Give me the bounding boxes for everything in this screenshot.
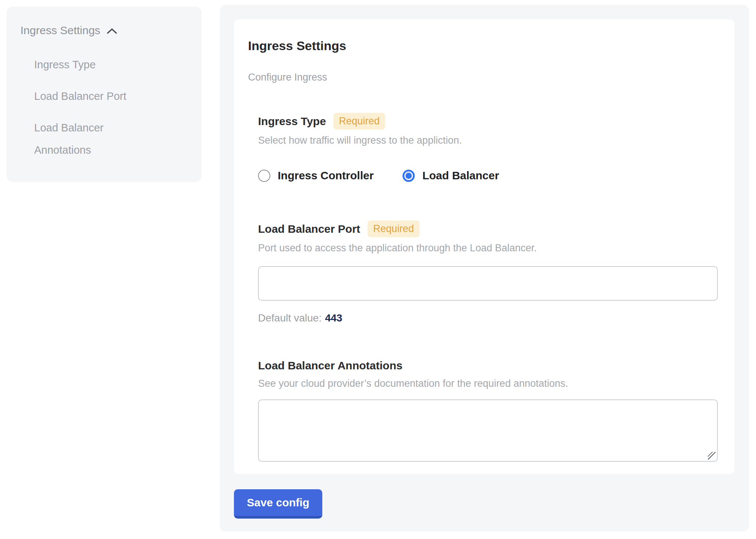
annotations-textarea-wrap <box>258 399 718 462</box>
load-balancer-annotations-label: Load Balancer Annotations <box>258 359 403 373</box>
required-badge: Required <box>333 113 385 130</box>
sidebar-section-ingress-settings[interactable]: Ingress Settings <box>20 24 188 37</box>
sidebar-item-list: Ingress Type Load Balancer Port Load Bal… <box>20 53 188 161</box>
sidebar-item-load-balancer-port[interactable]: Load Balancer Port <box>34 85 151 107</box>
sidebar-section-label: Ingress Settings <box>20 24 100 37</box>
required-badge: Required <box>368 220 420 237</box>
load-balancer-port-input[interactable] <box>258 266 718 301</box>
radio-icon[interactable] <box>403 170 415 182</box>
radio-option-ingress-controller[interactable]: Ingress Controller <box>258 169 374 182</box>
settings-nav-sidebar: Ingress Settings Ingress Type Load Balan… <box>7 7 202 182</box>
field-load-balancer-port: Load Balancer Port Required Port used to… <box>258 220 718 324</box>
load-balancer-annotations-textarea[interactable] <box>258 399 718 462</box>
page-subtitle: Configure Ingress <box>248 71 718 83</box>
default-value-line: Default value:443 <box>258 312 718 324</box>
ingress-type-radio-group: Ingress Controller Load Balancer <box>258 169 718 182</box>
load-balancer-annotations-description: See your cloud provider’s documentation … <box>258 378 718 390</box>
radio-label[interactable]: Ingress Controller <box>278 169 374 182</box>
sidebar-item-ingress-type[interactable]: Ingress Type <box>34 53 151 76</box>
ingress-settings-card: Ingress Settings Configure Ingress Ingre… <box>234 19 734 474</box>
radio-dot <box>405 173 412 179</box>
radio-icon[interactable] <box>258 170 270 182</box>
load-balancer-port-description: Port used to access the application thro… <box>258 242 718 254</box>
ingress-type-label: Ingress Type <box>258 114 326 128</box>
default-value: 443 <box>325 312 342 324</box>
chevron-up-icon <box>106 27 118 35</box>
settings-main-panel: Ingress Settings Configure Ingress Ingre… <box>220 5 749 532</box>
page-title: Ingress Settings <box>248 38 718 53</box>
save-config-button[interactable]: Save config <box>234 489 322 519</box>
field-ingress-type: Ingress Type Required Select how traffic… <box>258 113 718 182</box>
sidebar-item-load-balancer-annotations[interactable]: Load Balancer Annotations <box>34 117 151 161</box>
ingress-type-description: Select how traffic will ingress to the a… <box>258 134 718 147</box>
field-load-balancer-annotations: Load Balancer Annotations See your cloud… <box>258 359 718 462</box>
radio-label[interactable]: Load Balancer <box>422 169 499 182</box>
load-balancer-port-label: Load Balancer Port <box>258 222 360 236</box>
radio-option-load-balancer[interactable]: Load Balancer <box>403 169 499 182</box>
default-value-label: Default value: <box>258 312 322 324</box>
resize-handle-icon[interactable] <box>708 452 716 460</box>
